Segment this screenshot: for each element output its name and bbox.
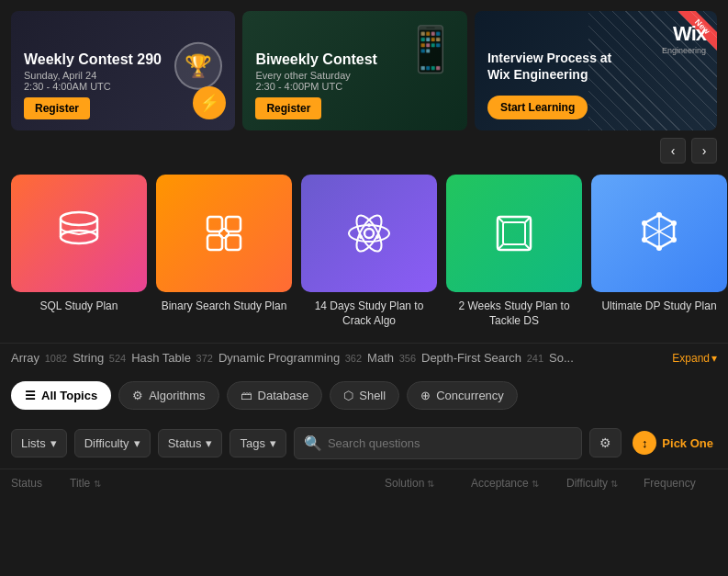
tags-chevron-icon: ▾ xyxy=(270,436,276,450)
study-plan-2weeks-ds-label: 2 Weeks Study Plan to Tackle DS xyxy=(446,299,582,328)
table-header-frequency: Frequency xyxy=(644,477,717,490)
study-plan-sql-label: SQL Study Plan xyxy=(40,299,118,314)
table-header-difficulty[interactable]: Difficulty ⇅ xyxy=(566,477,640,490)
study-plan-binary-search-label: Binary Search Study Plan xyxy=(162,299,287,314)
study-plan-2weeks-ds[interactable]: 2 Weeks Study Plan to Tackle DS xyxy=(446,175,582,328)
pick-one-button[interactable]: ↕ Pick One xyxy=(629,424,717,461)
weekly-contest-banner: 🏆 ⚡ Weekly Contest 290 Sunday, April 24 … xyxy=(11,11,235,130)
topic-dfs[interactable]: Depth-First Search 241 xyxy=(421,351,543,365)
topics-row: Array 1082 String 524 Hash Table 372 Dyn… xyxy=(0,343,728,372)
expand-topics-button[interactable]: Expand ▾ xyxy=(672,352,717,365)
carousel-navigation: ‹ › xyxy=(0,138,728,171)
study-plan-2weeks-ds-image xyxy=(446,175,582,292)
svg-point-8 xyxy=(349,225,389,242)
svg-rect-5 xyxy=(226,235,241,250)
topic-more[interactable]: So... xyxy=(549,351,574,365)
study-plans-section: SQL Study Plan Binary Search Study Plan xyxy=(0,171,728,343)
search-input[interactable] xyxy=(328,436,572,450)
wix-start-learning-button[interactable]: Start Learning xyxy=(487,96,588,119)
algorithms-icon: ⚙ xyxy=(132,389,143,402)
svg-point-24 xyxy=(656,212,662,218)
search-icon: 🔍 xyxy=(304,435,322,452)
gear-icon: ⚙ xyxy=(599,435,611,450)
study-plan-14days-image xyxy=(301,175,437,292)
banners-section: 🏆 ⚡ Weekly Contest 290 Sunday, April 24 … xyxy=(0,0,728,138)
study-plan-binary-search[interactable]: Binary Search Study Plan xyxy=(156,175,292,328)
difficulty-label: Difficulty xyxy=(84,436,129,450)
status-dropdown[interactable]: Status ▾ xyxy=(158,429,223,457)
filter-tabs-section: ☰ All Topics ⚙ Algorithms 🗃 Database ⬡ S… xyxy=(0,372,728,419)
filter-tab-shell[interactable]: ⬡ Shell xyxy=(330,381,399,410)
topic-math[interactable]: Math 356 xyxy=(367,351,416,365)
atom-icon xyxy=(340,204,398,263)
svg-point-6 xyxy=(219,229,229,238)
binary-search-icon xyxy=(195,204,253,263)
difficulty-chevron-icon: ▾ xyxy=(134,436,140,450)
tags-dropdown[interactable]: Tags ▾ xyxy=(230,429,286,457)
svg-point-12 xyxy=(375,235,379,239)
filter-tab-algorithms[interactable]: ⚙ Algorithms xyxy=(118,381,218,410)
chevron-down-icon: ▾ xyxy=(711,352,717,365)
svg-point-11 xyxy=(367,223,371,227)
list-icon: ☰ xyxy=(25,389,36,402)
svg-point-25 xyxy=(671,220,677,226)
status-label: Status xyxy=(168,436,202,450)
svg-rect-15 xyxy=(503,222,525,244)
table-header: Status Title ⇅ Solution ⇅ Acceptance ⇅ D… xyxy=(0,469,728,497)
topic-hash-table[interactable]: Hash Table 372 xyxy=(131,351,213,365)
svg-point-28 xyxy=(642,237,647,243)
svg-point-26 xyxy=(671,237,677,243)
controls-row: Lists ▾ Difficulty ▾ Status ▾ Tags ▾ 🔍 ⚙… xyxy=(0,419,728,469)
database-icon xyxy=(50,204,108,263)
filter-tab-concurrency[interactable]: ⊕ Concurrency xyxy=(407,381,518,410)
biweekly-contest-register-button[interactable]: Register xyxy=(255,97,321,119)
study-plan-14days-label: 14 Days Study Plan to Crack Algo xyxy=(301,299,437,328)
status-chevron-icon: ▾ xyxy=(206,436,212,450)
lists-label: Lists xyxy=(21,436,46,450)
carousel-prev-button[interactable]: ‹ xyxy=(660,138,686,164)
pick-one-icon: ↕ xyxy=(633,431,656,455)
lists-chevron-icon: ▾ xyxy=(50,436,57,450)
study-plan-ultimate-dp-image xyxy=(591,175,727,292)
study-plan-ultimate-dp-label: Ultimate DP Study Plan xyxy=(601,299,716,314)
carousel-next-button[interactable]: › xyxy=(691,138,717,164)
cube-icon xyxy=(485,204,543,263)
table-header-status: Status xyxy=(11,477,66,490)
search-box: 🔍 xyxy=(294,427,582,459)
filter-tab-all-topics[interactable]: ☰ All Topics xyxy=(11,381,111,410)
table-header-solution[interactable]: Solution ⇅ xyxy=(385,477,467,490)
topic-dynamic-programming[interactable]: Dynamic Programming 362 xyxy=(218,351,362,365)
topic-string[interactable]: String 524 xyxy=(73,351,126,365)
difficulty-dropdown[interactable]: Difficulty ▾ xyxy=(74,429,151,457)
study-plan-ultimate-dp[interactable]: Ultimate DP Study Plan xyxy=(591,175,727,328)
tags-label: Tags xyxy=(240,436,264,450)
svg-point-13 xyxy=(359,235,363,239)
svg-point-7 xyxy=(364,229,374,238)
settings-button[interactable]: ⚙ xyxy=(589,428,622,457)
study-plan-14days[interactable]: 14 Days Study Plan to Crack Algo xyxy=(301,175,437,328)
svg-point-0 xyxy=(61,212,97,225)
weekly-contest-register-button[interactable]: Register xyxy=(24,97,90,119)
topic-array[interactable]: Array 1082 xyxy=(11,351,67,365)
svg-rect-4 xyxy=(207,235,222,250)
lists-dropdown[interactable]: Lists ▾ xyxy=(11,429,67,457)
study-plan-sql[interactable]: SQL Study Plan xyxy=(11,175,147,328)
solution-sort-icon: ⇅ xyxy=(427,479,434,489)
svg-point-29 xyxy=(642,220,647,226)
table-header-acceptance[interactable]: Acceptance ⇅ xyxy=(471,477,563,490)
shell-icon: ⬡ xyxy=(343,389,353,402)
table-header-title[interactable]: Title ⇅ xyxy=(70,477,381,490)
biweekly-contest-time: 2:30 - 4:00PM UTC xyxy=(255,81,454,92)
study-plan-sql-image xyxy=(11,175,147,292)
svg-rect-2 xyxy=(207,217,222,232)
database-tab-icon: 🗃 xyxy=(241,389,252,402)
acceptance-sort-icon: ⇅ xyxy=(532,479,539,489)
filter-tab-database[interactable]: 🗃 Database xyxy=(227,381,323,410)
concurrency-icon: ⊕ xyxy=(420,389,431,402)
biweekly-contest-banner: 📱 Biweekly Contest Every other Saturday … xyxy=(242,11,466,130)
wix-interview-banner: New Wix Engineering Interview Process at… xyxy=(475,11,717,130)
svg-rect-3 xyxy=(226,217,241,232)
difficulty-sort-icon: ⇅ xyxy=(610,479,618,489)
title-sort-icon: ⇅ xyxy=(94,479,101,489)
svg-point-1 xyxy=(61,231,97,243)
